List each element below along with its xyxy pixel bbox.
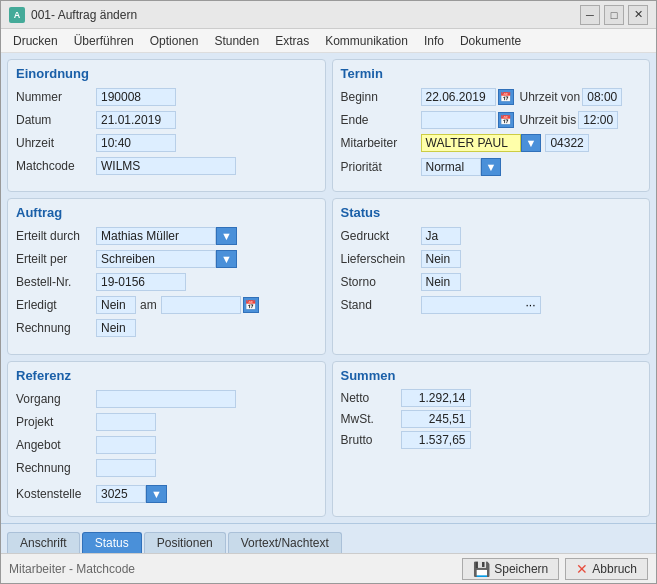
status-lieferschein-label: Lieferschein xyxy=(341,252,421,266)
window-title: 001- Auftrag ändern xyxy=(31,8,580,22)
menu-optionen[interactable]: Optionen xyxy=(142,32,207,50)
termin-section: Termin Beginn 22.06.2019 📅 Uhrzeit von 0… xyxy=(332,59,651,192)
einordnung-datum-value[interactable]: 21.01.2019 xyxy=(96,111,176,129)
summen-mwst-value[interactable]: 245,51 xyxy=(401,410,471,428)
menu-ueberfuehren[interactable]: Überführen xyxy=(66,32,142,50)
referenz-rechnung-value[interactable] xyxy=(96,459,156,477)
ende-calendar-icon[interactable]: 📅 xyxy=(498,112,514,128)
save-button[interactable]: 💾 Speichern xyxy=(462,558,559,580)
tab-status[interactable]: Status xyxy=(82,532,142,553)
title-bar: A 001- Auftrag ändern ─ □ ✕ xyxy=(1,1,656,29)
einordnung-matchcode-row: Matchcode WILMS xyxy=(16,156,317,176)
einordnung-matchcode-value[interactable]: WILMS xyxy=(96,157,236,175)
status-lieferschein-value[interactable]: Nein xyxy=(421,250,461,268)
referenz-vorgang-row: Vorgang xyxy=(16,389,317,409)
summen-brutto-label: Brutto xyxy=(341,433,401,447)
referenz-kostenstelle-label: Kostenstelle xyxy=(16,487,96,501)
save-label: Speichern xyxy=(494,562,548,576)
auftrag-erteilt-durch-value[interactable]: Mathias Müller xyxy=(96,227,216,245)
auftrag-bestell-nr-label: Bestell-Nr. xyxy=(16,275,96,289)
einordnung-uhrzeit-label: Uhrzeit xyxy=(16,136,96,150)
referenz-vorgang-value[interactable] xyxy=(96,390,236,408)
einordnung-uhrzeit-value[interactable]: 10:40 xyxy=(96,134,176,152)
menu-stunden[interactable]: Stunden xyxy=(206,32,267,50)
status-gedruckt-label: Gedruckt xyxy=(341,229,421,243)
summen-netto-value[interactable]: 1.292,14 xyxy=(401,389,471,407)
referenz-kostenstelle-row: Kostenstelle 3025 ▼ xyxy=(16,484,317,504)
uhrzeit-bis-value[interactable]: 12:00 xyxy=(578,111,618,129)
status-gedruckt-value[interactable]: Ja xyxy=(421,227,461,245)
referenz-section: Referenz Vorgang Projekt Angebot Rechnun… xyxy=(7,361,326,517)
mitarbeiter-dropdown-btn[interactable]: ▼ xyxy=(521,134,542,152)
termin-ende-label: Ende xyxy=(341,113,421,127)
cancel-icon: ✕ xyxy=(576,561,588,577)
auftrag-erledigt-value[interactable]: Nein xyxy=(96,296,136,314)
summen-mwst-row: MwSt. 245,51 xyxy=(341,410,642,428)
menu-drucken[interactable]: Drucken xyxy=(5,32,66,50)
auftrag-rechnung-value[interactable]: Nein xyxy=(96,319,136,337)
termin-mitarbeiter-value[interactable]: WALTER PAUL xyxy=(421,134,521,152)
einordnung-uhrzeit-row: Uhrzeit 10:40 xyxy=(16,133,317,153)
tab-anschrift[interactable]: Anschrift xyxy=(7,532,80,553)
referenz-kostenstelle-value[interactable]: 3025 xyxy=(96,485,146,503)
menu-dokumente[interactable]: Dokumente xyxy=(452,32,529,50)
termin-beginn-date[interactable]: 22.06.2019 xyxy=(421,88,496,106)
auftrag-bestell-nr-value[interactable]: 19-0156 xyxy=(96,273,186,291)
referenz-projekt-row: Projekt xyxy=(16,412,317,432)
auftrag-erteilt-durch-row: Erteilt durch Mathias Müller ▼ xyxy=(16,226,317,246)
status-stand-dots[interactable]: ··· xyxy=(421,296,541,314)
tab-positionen[interactable]: Positionen xyxy=(144,532,226,553)
status-storno-label: Storno xyxy=(341,275,421,289)
auftrag-erledigt-row: Erledigt Nein am 📅 xyxy=(16,295,317,315)
auftrag-bestell-nr-row: Bestell-Nr. 19-0156 xyxy=(16,272,317,292)
referenz-projekt-value[interactable] xyxy=(96,413,156,431)
auftrag-erteilt-per-value[interactable]: Schreiben xyxy=(96,250,216,268)
einordnung-nummer-label: Nummer xyxy=(16,90,96,104)
status-stand-label: Stand xyxy=(341,298,421,312)
referenz-title: Referenz xyxy=(16,368,317,383)
einordnung-nummer-row: Nummer 190008 xyxy=(16,87,317,107)
prioritaet-dropdown-btn[interactable]: ▼ xyxy=(481,158,502,176)
close-button[interactable]: ✕ xyxy=(628,5,648,25)
minimize-button[interactable]: ─ xyxy=(580,5,600,25)
uhrzeit-von-value[interactable]: 08:00 xyxy=(582,88,622,106)
termin-mitarbeiter-code[interactable]: 04322 xyxy=(545,134,588,152)
summen-section: Summen Netto 1.292,14 MwSt. 245,51 Brutt… xyxy=(332,361,651,517)
auftrag-erteilt-per-label: Erteilt per xyxy=(16,252,96,266)
summen-netto-label: Netto xyxy=(341,391,401,405)
termin-beginn-row: Beginn 22.06.2019 📅 Uhrzeit von 08:00 xyxy=(341,87,642,107)
termin-mitarbeiter-label: Mitarbeiter xyxy=(341,136,421,150)
erledigt-calendar-icon[interactable]: 📅 xyxy=(243,297,259,313)
menu-info[interactable]: Info xyxy=(416,32,452,50)
beginn-calendar-icon[interactable]: 📅 xyxy=(498,89,514,105)
einordnung-datum-row: Datum 21.01.2019 xyxy=(16,110,317,130)
menu-kommunikation[interactable]: Kommunikation xyxy=(317,32,416,50)
summen-brutto-value[interactable]: 1.537,65 xyxy=(401,431,471,449)
referenz-angebot-value[interactable] xyxy=(96,436,156,454)
auftrag-erledigt-date[interactable] xyxy=(161,296,241,314)
cancel-label: Abbruch xyxy=(592,562,637,576)
referenz-rechnung-label: Rechnung xyxy=(16,461,96,475)
cancel-button[interactable]: ✕ Abbruch xyxy=(565,558,648,580)
referenz-angebot-row: Angebot xyxy=(16,435,317,455)
maximize-button[interactable]: □ xyxy=(604,5,624,25)
erteilt-durch-dropdown-btn[interactable]: ▼ xyxy=(216,227,237,245)
status-lieferschein-row: Lieferschein Nein xyxy=(341,249,642,269)
termin-prioritaet-label: Priorität xyxy=(341,160,421,174)
menu-extras[interactable]: Extras xyxy=(267,32,317,50)
termin-prioritaet-value[interactable]: Normal xyxy=(421,158,481,176)
uhrzeit-bis-label: Uhrzeit bis xyxy=(520,113,577,127)
termin-mitarbeiter-row: Mitarbeiter WALTER PAUL ▼ 04322 xyxy=(341,133,642,153)
tab-vortext-nachtext[interactable]: Vortext/Nachtext xyxy=(228,532,342,553)
summen-mwst-label: MwSt. xyxy=(341,412,401,426)
status-gedruckt-row: Gedruckt Ja xyxy=(341,226,642,246)
summen-brutto-row: Brutto 1.537,65 xyxy=(341,431,642,449)
einordnung-title: Einordnung xyxy=(16,66,317,81)
status-storno-row: Storno Nein xyxy=(341,272,642,292)
einordnung-nummer-value[interactable]: 190008 xyxy=(96,88,176,106)
status-storno-value[interactable]: Nein xyxy=(421,273,461,291)
kostenstelle-dropdown-btn[interactable]: ▼ xyxy=(146,485,167,503)
erteilt-per-dropdown-btn[interactable]: ▼ xyxy=(216,250,237,268)
status-title: Status xyxy=(341,205,642,220)
termin-ende-date[interactable] xyxy=(421,111,496,129)
